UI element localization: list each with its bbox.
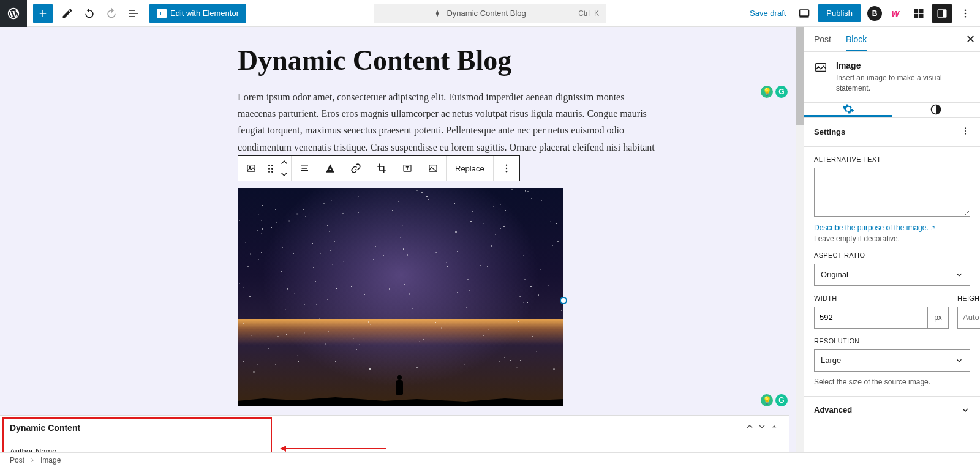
duotone-button[interactable] <box>420 156 446 181</box>
block-breadcrumb: Post Image <box>0 452 980 467</box>
add-block-button[interactable] <box>33 4 53 23</box>
tools-button[interactable] <box>56 2 78 24</box>
block-toolbar: Replace <box>238 155 520 181</box>
grammarly-icon[interactable]: G <box>775 394 788 406</box>
width-label: Width <box>814 294 949 302</box>
alt-text-hint: Leave empty if decorative. <box>814 234 970 243</box>
suggestion-bulb-icon[interactable]: 💡 <box>761 86 773 98</box>
svg-point-9 <box>965 15 967 17</box>
link-button[interactable] <box>343 156 369 181</box>
wp-logo[interactable] <box>0 0 27 27</box>
svg-point-20 <box>965 127 966 129</box>
svg-point-22 <box>965 133 966 134</box>
tab-post[interactable]: Post <box>814 27 831 51</box>
image-block[interactable] <box>238 188 564 406</box>
document-overview-button[interactable] <box>123 2 145 24</box>
panel-options-button[interactable] <box>960 126 970 138</box>
breadcrumb-image[interactable]: Image <box>40 456 61 465</box>
resize-handle-right[interactable] <box>560 297 567 304</box>
svg-rect-3 <box>914 13 919 18</box>
block-type-image-button[interactable] <box>238 156 264 181</box>
tab-block[interactable]: Block <box>846 27 867 51</box>
chevron-down-icon <box>960 405 970 415</box>
scrollbar-thumb[interactable] <box>796 27 804 125</box>
resolution-label: Resolution <box>814 337 970 345</box>
edit-elementor-label: Edit with Elementor <box>170 9 239 18</box>
author-name-label: Author Name <box>10 447 779 452</box>
svg-rect-4 <box>919 13 924 18</box>
malcare-icon[interactable]: w <box>886 4 905 23</box>
save-draft-button[interactable]: Save draft <box>745 9 791 18</box>
alt-text-input[interactable] <box>814 168 970 217</box>
settings-panel-title: Settings <box>814 127 845 136</box>
svg-rect-12 <box>330 169 331 170</box>
crop-button[interactable] <box>369 156 394 181</box>
aspect-ratio-select[interactable]: Original <box>814 264 970 286</box>
publish-button[interactable]: Publish <box>818 4 861 22</box>
dynamic-content-heading: Dynamic Content <box>10 423 80 433</box>
pen-icon <box>433 9 442 18</box>
block-name: Image <box>836 61 970 70</box>
drag-handle[interactable] <box>264 156 277 181</box>
aspect-ratio-label: Aspect Ratio <box>814 252 970 259</box>
svg-point-15 <box>506 165 507 166</box>
svg-point-16 <box>506 168 507 169</box>
editor-canvas[interactable]: Dynamic Content Blog Lorem ipsum odor am… <box>0 27 796 452</box>
svg-point-8 <box>965 12 967 14</box>
resolution-select[interactable]: Large <box>814 349 970 372</box>
redo-button[interactable] <box>100 2 123 24</box>
chevron-down-icon <box>955 271 963 279</box>
advanced-panel-header[interactable]: Advanced <box>804 397 980 424</box>
svg-rect-0 <box>800 10 809 16</box>
svg-point-7 <box>965 9 967 11</box>
settings-subtab[interactable] <box>804 103 892 117</box>
post-title[interactable]: Dynamic Content Blog <box>238 44 660 77</box>
section-move-down[interactable] <box>757 422 767 433</box>
align-button[interactable] <box>292 156 317 181</box>
alt-text-label: Alternative Text <box>814 155 970 163</box>
width-input[interactable] <box>814 307 928 329</box>
alt-text-help-link[interactable]: Describe the purpose of the image. <box>814 223 936 232</box>
elementor-icon: E <box>157 9 167 18</box>
move-updown-buttons[interactable] <box>277 156 291 181</box>
suggestion-bulb-icon[interactable]: 💡 <box>761 394 773 406</box>
preview-button[interactable] <box>794 4 814 23</box>
chevron-down-icon <box>955 356 963 365</box>
scrollbar-track[interactable] <box>796 27 804 452</box>
image-icon <box>814 61 827 74</box>
block-options-button[interactable] <box>494 156 519 181</box>
height-input[interactable] <box>957 307 980 329</box>
replace-button[interactable]: Replace <box>447 164 493 173</box>
block-description: Insert an image to make a visual stateme… <box>836 73 970 94</box>
section-toggle[interactable] <box>769 422 779 433</box>
svg-rect-1 <box>914 9 919 13</box>
text-overlay-button[interactable] <box>394 156 420 181</box>
svg-point-17 <box>506 171 507 172</box>
section-move-up[interactable] <box>745 422 755 433</box>
svg-point-21 <box>965 130 966 132</box>
width-unit: px <box>928 307 949 329</box>
document-title-bar[interactable]: Dynamic Content Blog Ctrl+K <box>374 4 606 23</box>
document-title: Dynamic Content Blog <box>447 9 526 18</box>
plugin-badge-button[interactable]: B <box>867 6 882 21</box>
styles-subtab[interactable] <box>892 103 981 117</box>
grammarly-icon[interactable]: G <box>775 86 788 98</box>
caption-button[interactable] <box>317 156 343 181</box>
resolution-hint: Select the size of the source image. <box>814 378 970 386</box>
options-button[interactable] <box>956 4 975 23</box>
close-sidebar-button[interactable]: ✕ <box>966 32 975 46</box>
undo-button[interactable] <box>78 2 100 24</box>
shortcut-hint: Ctrl+K <box>578 9 599 18</box>
edit-with-elementor-button[interactable]: E Edit with Elementor <box>149 4 246 23</box>
annotation-red-arrow <box>282 448 386 449</box>
height-label: Height <box>957 294 980 302</box>
block-inserter-toggle[interactable] <box>909 4 929 23</box>
svg-rect-6 <box>943 10 946 17</box>
settings-sidebar-toggle[interactable] <box>932 4 952 23</box>
svg-rect-2 <box>919 9 924 13</box>
breadcrumb-post[interactable]: Post <box>10 456 24 465</box>
chevron-right-icon <box>29 457 36 463</box>
